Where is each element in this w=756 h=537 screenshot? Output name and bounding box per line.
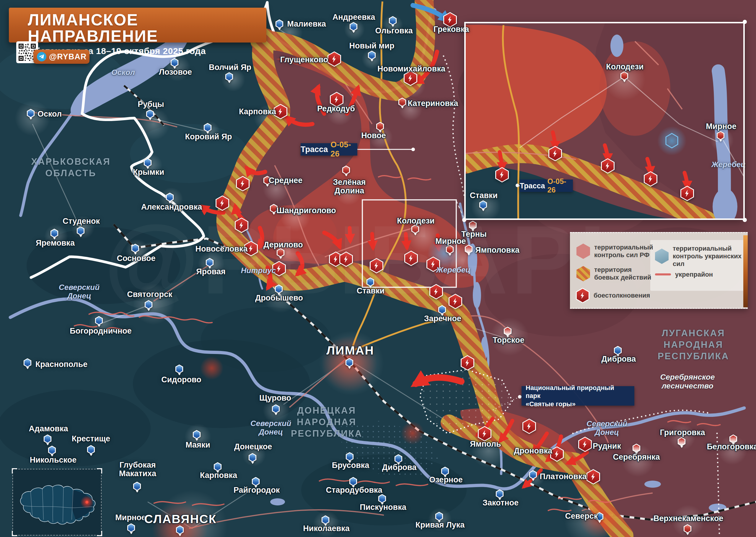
label-новое: Новое — [361, 131, 386, 140]
marker-дробышево — [275, 285, 283, 294]
label-новомихайловка: Новомихайловка — [377, 65, 445, 73]
label-колодези: Колодези — [397, 217, 435, 225]
label-дерилово: Дерилово — [264, 241, 303, 249]
label-озерное: Озерное — [429, 475, 462, 484]
marker-студенок — [77, 227, 85, 235]
region-label-харьковская-область: ХАРЬКОВСКАЯ ОБЛАСТЬ — [31, 156, 110, 179]
label-грековка: Грековка — [434, 25, 469, 34]
red-glow — [401, 421, 424, 445]
inset-frame-handle — [462, 218, 466, 222]
inset-frame-handle — [743, 218, 747, 222]
label-новосёловка: Новосёловка — [195, 245, 248, 253]
label-торское: Торское — [492, 336, 524, 345]
legend-item-combat-zone: территория боевых действий — [576, 266, 651, 281]
marker-ямполовка — [465, 245, 473, 254]
label-колодези: Колодези — [606, 62, 644, 71]
marker-торское — [504, 327, 512, 336]
label-закотное: Закотное — [483, 499, 519, 507]
marker-крестище — [87, 445, 95, 454]
lightning-icon — [275, 265, 283, 273]
situation-map: @РЫБАРЬ ОсколЛозовоеВолчий ЯрМалиевкаАнд… — [0, 0, 756, 537]
label-щурово: Щурово — [259, 394, 291, 402]
lightning-icon — [277, 108, 285, 116]
clash-marker — [601, 158, 614, 174]
lightning-icon — [407, 255, 415, 263]
label-брусовка: Брусовка — [332, 461, 369, 470]
label-зелёная-долина: Зелёная Долина — [333, 178, 365, 195]
lightning-icon — [247, 245, 255, 253]
area-label-серебрянское-лесничество: Серебрянское лесничество — [660, 373, 715, 391]
river-label-жеребец: Жеребец — [711, 160, 746, 169]
marker-серебрянка — [633, 444, 641, 453]
marker-стародубовка — [349, 477, 357, 486]
lightning-icon — [219, 199, 227, 207]
label-карповка: Карповка — [200, 471, 237, 480]
inset-frame-handle — [743, 20, 747, 24]
telegram-icon — [37, 52, 46, 62]
title-banner: ЛИМАНСКОЕ НАПРАВЛЕНИЕ Обстановка за 18–1… — [9, 8, 266, 43]
ukraine-outline — [13, 470, 101, 535]
clash-marker — [339, 252, 353, 267]
river-label-оскол: Оскол — [111, 68, 135, 77]
marker-верхнекаменское — [684, 524, 692, 533]
marker-ставки — [366, 277, 374, 287]
lightning-icon — [525, 423, 533, 431]
marker-брусовка — [346, 452, 354, 461]
label-ольговка: Ольговка — [375, 26, 413, 35]
marker-мирное — [446, 245, 454, 254]
marker-святогорск — [145, 300, 153, 310]
marker-глубокая-макатиха — [133, 482, 141, 491]
legend-item-fortified-area: укрепрайон — [655, 271, 713, 278]
clash-marker — [523, 419, 536, 434]
label-рудник: Рудник — [593, 442, 621, 450]
telegram-badge: @RYBAR — [33, 50, 90, 64]
combat-zone-icon — [576, 266, 590, 281]
marker-славянск — [176, 525, 184, 535]
legend-item-clashes: боестолкновения — [576, 288, 650, 303]
marker-александровка — [166, 193, 174, 202]
lightning-icon — [683, 189, 691, 197]
ua-zone-icon — [655, 249, 669, 264]
label-диброва: Диброва — [382, 463, 417, 472]
fortified-line-icon — [655, 273, 671, 275]
map-title: ЛИМАНСКОЕ НАПРАВЛЕНИЕ — [28, 12, 266, 44]
river-label-нитриус: Нитриус — [241, 266, 276, 275]
marker-григоровка — [678, 437, 686, 446]
lightning-icon — [498, 171, 506, 179]
lightning-icon — [581, 440, 589, 448]
lightning-icon — [342, 255, 350, 263]
lightning-icon — [553, 450, 561, 458]
label-редкодуб: Редкодуб — [317, 104, 355, 113]
label-никольское: Никольское — [30, 456, 77, 464]
label-студенок: Студенок — [63, 217, 100, 226]
clash-marker — [644, 171, 657, 186]
marker-зелёная-долина — [342, 166, 350, 175]
label-александровка: Александровка — [141, 203, 202, 211]
label-пискуновка: Пискуновка — [360, 503, 406, 512]
telegram-handle: @RYBAR — [49, 52, 87, 62]
marker-дерилово — [277, 248, 285, 258]
region-label-донецкая-народная-республика: ДОНЕЦКАЯ НАРОДНАЯ РЕСПУБЛИКА — [291, 405, 362, 439]
marker-терны — [469, 221, 477, 230]
marker-никольское — [48, 446, 56, 455]
highway-callout-inset: Трасса О-05-26 — [520, 180, 573, 192]
clash-marker — [578, 436, 592, 452]
clash-marker — [461, 355, 474, 370]
clash-marker — [478, 426, 491, 441]
marker-краснополье — [23, 358, 32, 368]
label-маяки: Маяки — [186, 441, 210, 449]
label-глущенково: Глущенково — [280, 56, 328, 64]
label-яремовка: Яремовка — [36, 239, 75, 247]
label-ставки: Ставки — [470, 191, 498, 200]
clash-marker — [236, 176, 250, 191]
label-катериновка: Катериновка — [407, 99, 458, 108]
clash-marker — [235, 218, 248, 233]
marker-новое — [376, 122, 384, 131]
marker-донецкое — [249, 453, 257, 462]
lightning-icon — [647, 175, 655, 183]
marker-платоновка — [529, 470, 537, 479]
label-платоновка: Платоновка — [540, 472, 587, 481]
lightning-icon — [238, 222, 246, 229]
marker-андреевка — [350, 22, 357, 31]
ukraine-minimap — [13, 469, 102, 536]
